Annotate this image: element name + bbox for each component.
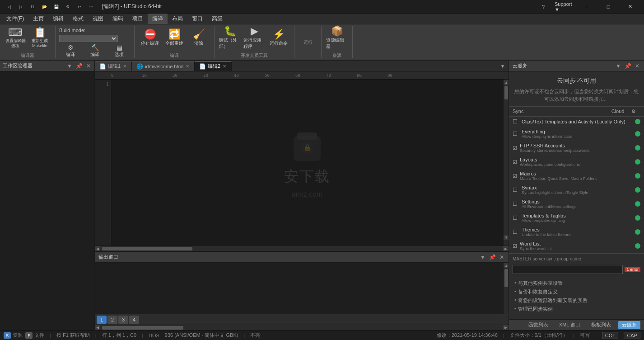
panel-dropdown-icon[interactable]: ▼ [66,63,73,69]
compile-btn2[interactable]: 🔨 编译 [84,45,106,57]
save-icon[interactable]: 💾 [51,2,61,12]
clips-checkbox[interactable]: ☐ [513,118,520,125]
bottom-tab-cloud[interactable]: 云服务 [618,321,640,329]
scroll-thumb-h[interactable] [102,247,192,250]
ruler-tick-50: 50 [265,73,270,78]
bottom-tab-functions[interactable]: 函数列表 [525,321,552,329]
ftp-checkbox[interactable]: ☑ [513,145,518,151]
panel-close-icon[interactable]: ✕ [85,63,92,69]
editor-scrollbar-h[interactable]: ◀ ▶ [95,246,509,251]
compile-label: 编译 [66,52,75,58]
layouts-checkbox[interactable]: ☑ [513,159,518,165]
forward-icon[interactable]: ▷ [15,2,26,12]
tab-editor1[interactable]: 📄 编辑1 ✕ [95,61,132,71]
support-btn[interactable]: Support ▼ [555,0,575,14]
maximize-btn[interactable]: □ [598,0,619,14]
tab-editor1-close[interactable]: ✕ [122,64,127,69]
tab-idmwelcome[interactable]: 🌐 idmwelcome.html ✕ [132,61,195,71]
output-scrollbar-v[interactable]: ▲ [503,263,509,314]
run-cmd-btn[interactable]: ⚡ 运行命令 [267,25,290,51]
options-btn[interactable]: ▤ 选项 [108,45,131,57]
templates-status [635,215,640,221]
menu-project[interactable]: 项目 [128,14,148,24]
menu-window[interactable]: 窗口 [187,14,207,24]
tab-editor2-close[interactable]: ✕ [222,64,227,69]
cloud-dropdown-icon[interactable]: ▼ [615,63,622,69]
run-app-btn[interactable]: ▶ 运行应用程序 [243,25,266,51]
open-icon[interactable]: 📂 [39,2,50,12]
menu-file[interactable]: 文件(F) [2,14,28,24]
menu-advanced[interactable]: 高级 [207,14,227,24]
minimize-btn[interactable]: ─ [576,0,597,14]
help-icon[interactable]: ? [533,0,554,14]
build-mode-select[interactable] [59,35,118,42]
cloud-pin-icon[interactable]: 📌 [624,63,632,69]
workspace-manager-title: 工作区管理器 [3,62,33,69]
menu-encode[interactable]: 编码 [108,14,128,24]
output-scroll-thumb[interactable] [504,269,508,287]
wordlist-checkbox[interactable]: ☑ [513,243,518,249]
toolbar-compile-group: ⛔ 停止编译 🔁 全部重建 🧹 清除 编译 [135,26,215,58]
output-close-icon[interactable]: ✕ [499,254,505,260]
bottom-tab-bar: 函数列表 XML 窗口 模板列表 云服务 [509,319,644,330]
page-tab-3[interactable]: 3 [118,316,128,324]
output-scroll-right[interactable]: ▶ [503,325,509,331]
debug-btn[interactable]: 🐛 调试（外部） [218,25,242,51]
code-content[interactable]: 🔒 安下载 anxz.com [111,80,503,246]
menu-layout[interactable]: 布局 [168,14,187,24]
tab-dropdown[interactable]: ▼ [497,61,509,71]
settings-icon[interactable]: ⚙ [62,2,73,12]
status-sep6: | [573,333,574,338]
resource-editor-btn[interactable]: 📦 资源编辑器 [325,25,349,51]
output-content[interactable] [95,263,503,314]
bottom-tab-xml[interactable]: XML 窗口 [555,321,584,329]
redo-icon[interactable]: ↪ [86,2,97,12]
output-scroll-left[interactable]: ◀ [95,325,100,331]
master-input[interactable] [513,265,623,274]
macros-checkbox[interactable]: ☑ [513,173,518,179]
rebuild-makefile-btn[interactable]: 📋 重新生成Makefile [28,25,51,51]
tab-editor2[interactable]: 📄 编辑2 ✕ [195,61,232,71]
new-file-icon[interactable]: 🗋 [27,2,38,12]
menu-edit[interactable]: 编辑 [48,14,68,24]
clean-btn[interactable]: 🧹 清除 [187,25,210,51]
clips-status [635,119,640,124]
output-scroll-up[interactable]: ▲ [504,263,509,268]
bottom-tab-templates[interactable]: 模板列表 [588,321,615,329]
close-btn[interactable]: ✕ [620,0,640,14]
menu-format[interactable]: 格式 [68,14,88,24]
back-icon[interactable]: ◁ [4,2,14,12]
menu-home[interactable]: 主页 [28,14,48,24]
menu-compile[interactable]: 编译 [148,14,168,24]
templates-checkbox[interactable]: ☐ [513,215,520,221]
settings-checkbox[interactable]: ☐ [513,201,520,207]
syntax-checkbox[interactable]: ☐ [513,187,520,193]
output-scrollbar-h[interactable]: ◀ ▶ [95,325,509,330]
gear-col-header: ⚙ [631,109,640,114]
output-scroll-h-thumb[interactable] [102,326,183,330]
compile-btn[interactable]: ⚙ 编译 [59,45,82,57]
page-tab-2[interactable]: 2 [107,316,117,324]
page-tab-1[interactable]: 1 [97,316,107,324]
master-server-row: MASTER server sync group name: [509,253,644,264]
scroll-down-arrow[interactable]: ▼ [504,235,509,240]
code-area[interactable]: 1 🔒 安下载 anxz.com ▲ ▼ [95,80,509,246]
menu-view[interactable]: 视图 [88,14,108,24]
page-tab-4[interactable]: 4 [129,316,139,324]
tab-idm-close[interactable]: ✕ [185,64,190,69]
undo-icon[interactable]: ↩ [74,2,85,12]
output-pin-icon[interactable]: 📌 [488,254,497,260]
watermark-text: 安下载 [284,167,330,187]
rebuild-all-btn[interactable]: 🔁 全部重建 [163,25,186,51]
cloud-close-icon[interactable]: ✕ [634,63,640,69]
themes-checkbox[interactable]: ☐ [513,229,520,235]
scroll-up-arrow[interactable]: ▲ [504,80,509,85]
editor-scrollbar-v[interactable]: ▲ ▼ [503,80,509,246]
everything-checkbox[interactable]: ☐ [513,131,520,137]
set-compiler-options-btn[interactable]: ⌨ 设置编译器选项 [4,25,27,51]
panel-pin-icon[interactable]: 📌 [75,63,84,69]
output-dropdown-icon[interactable]: ▼ [479,254,486,260]
scroll-thumb-v[interactable] [504,86,508,99]
tab-idm-icon: 🌐 [136,63,143,70]
stop-compile-btn[interactable]: ⛔ 停止编译 [138,25,162,51]
